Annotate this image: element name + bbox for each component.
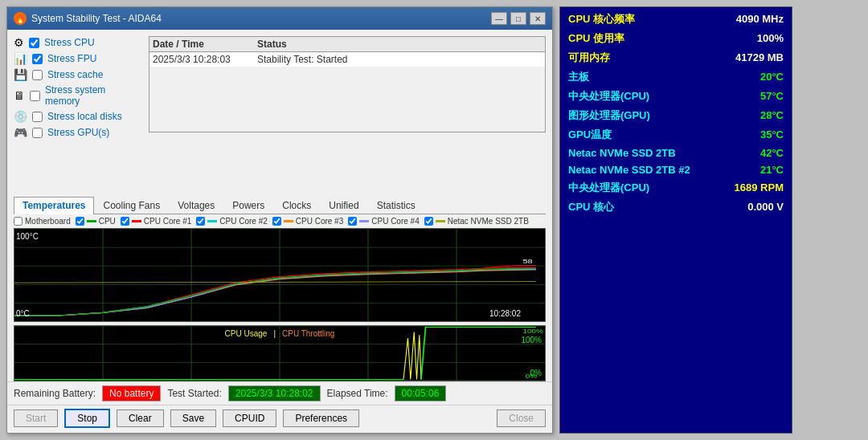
cpuid-button[interactable]: CPUID [223, 409, 276, 427]
legend-core4: CPU Core #4 [348, 217, 419, 226]
stat-row-cpu-fan: 中央处理器(CPU) 1689 RPM [568, 181, 784, 195]
preferences-button[interactable]: Preferences [283, 409, 359, 427]
clear-button[interactable]: Clear [117, 409, 164, 427]
legend-core4-color [359, 220, 369, 222]
tabs-row: Temperatures Cooling Fans Voltages Power… [14, 197, 546, 214]
stat-row-cpu-usage: CPU 使用率 100% [568, 31, 784, 46]
battery-value: No battery [102, 385, 161, 401]
stat-value-cpu-temp: 57°C [760, 90, 784, 102]
app-icon: 🔥 [14, 12, 27, 25]
chart-0-percent: 0% [530, 369, 542, 377]
chart-y-max: 100°C [16, 232, 39, 241]
temperature-chart-svg: 58 [14, 229, 545, 322]
main-window: 🔥 System Stability Test - AIDA64 — □ ✕ ⚙… [6, 6, 553, 434]
save-button[interactable]: Save [170, 409, 216, 427]
start-button[interactable]: Start [14, 409, 58, 427]
stress-memory-label: Stress system memory [45, 84, 142, 107]
legend-core1-checkbox[interactable] [121, 217, 129, 226]
tab-statistics[interactable]: Statistics [368, 197, 424, 214]
chart-legend: Motherboard CPU CPU Core #1 CPU Core #2 … [7, 214, 552, 228]
stress-cpu-checkbox[interactable] [29, 38, 39, 48]
legend-ssd: Netac NVMe SSD 2TB [424, 217, 529, 226]
log-cell-date: 2025/3/3 10:28:03 [153, 54, 257, 65]
stat-row-cpu-freq: CPU 核心频率 4090 MHz [568, 12, 784, 26]
stress-memory-item: 🖥 Stress system memory [14, 84, 142, 107]
legend-core3-color [284, 220, 293, 222]
close-window-button[interactable]: ✕ [530, 12, 546, 25]
stress-options-panel: ⚙ Stress CPU 📊 Stress FPU 💾 Stress cache… [14, 36, 142, 190]
stress-cpu-label: Stress CPU [44, 37, 95, 48]
stat-value-cpu-fan: 1689 RPM [735, 181, 784, 194]
chart-y-min: 0°C [16, 309, 30, 318]
legend-motherboard-checkbox[interactable] [14, 217, 23, 226]
log-table-row: 2025/3/3 10:28:03 Stability Test: Starte… [149, 52, 545, 67]
stat-name-gpu-die-temp: GPU温度 [568, 128, 612, 142]
stress-cpu-item: ⚙ Stress CPU [14, 36, 142, 49]
cpu-icon: ⚙ [14, 36, 24, 49]
stats-panel: CPU 核心频率 4090 MHz CPU 使用率 100% 可用内存 4172… [559, 6, 792, 434]
legend-core4-checkbox[interactable] [348, 217, 357, 226]
tab-unified[interactable]: Unified [320, 197, 367, 214]
memory-icon: 🖥 [14, 89, 25, 102]
button-bar: Start Stop Clear Save CPUID Preferences … [7, 405, 552, 433]
legend-ssd-checkbox[interactable] [424, 217, 433, 226]
stress-disks-label: Stress local disks [47, 111, 122, 122]
svg-text:58: 58 [523, 258, 533, 265]
log-col-status-header: Status [257, 39, 542, 50]
stop-button[interactable]: Stop [64, 409, 110, 428]
minimize-button[interactable]: — [491, 12, 507, 25]
fpu-icon: 📊 [14, 52, 27, 65]
stat-row-gpu-temp: 图形处理器(GPU) 28°C [568, 108, 784, 123]
stress-gpu-label: Stress GPU(s) [47, 127, 109, 138]
legend-motherboard-label: Motherboard [25, 217, 71, 226]
tab-voltages[interactable]: Voltages [169, 197, 223, 214]
close-button[interactable]: Close [497, 409, 546, 427]
status-bar: Remaining Battery: No battery Test Start… [7, 381, 552, 405]
tab-cooling-fans[interactable]: Cooling Fans [94, 197, 169, 214]
battery-label: Remaining Battery: [14, 388, 96, 399]
legend-core3: CPU Core #3 [272, 217, 343, 226]
legend-core3-checkbox[interactable] [272, 217, 281, 226]
stress-gpu-checkbox[interactable] [32, 128, 43, 138]
stress-disks-item: 💿 Stress local disks [14, 110, 142, 123]
stress-cache-item: 💾 Stress cache [14, 68, 142, 81]
legend-core2-checkbox[interactable] [196, 217, 205, 226]
chart-100-percent: 100% [521, 336, 542, 344]
chart-container: 100°C 0°C 10:28:02 [7, 228, 552, 382]
stat-name-cpu-core-voltage: CPU 核心 [568, 200, 614, 214]
legend-core1: CPU Core #1 [121, 217, 191, 226]
stress-fpu-item: 📊 Stress FPU [14, 52, 142, 65]
log-table-header: Date / Time Status [149, 37, 545, 52]
stat-row-cpu-temp: 中央处理器(CPU) 57°C [568, 89, 784, 104]
stat-value-memory: 41729 MB [735, 51, 784, 63]
stat-row-ssd2-temp: Netac NVMe SSD 2TB #2 21°C [568, 164, 784, 176]
stress-gpu-item: 🎮 Stress GPU(s) [14, 126, 142, 139]
legend-ssd-label: Netac NVMe SSD 2TB [448, 217, 529, 226]
elapsed-label: Elapsed Time: [327, 388, 388, 399]
chart-label-separator: | [273, 329, 276, 338]
tab-temperatures[interactable]: Temperatures [14, 197, 94, 214]
stress-memory-checkbox[interactable] [30, 91, 40, 101]
stress-disks-checkbox[interactable] [32, 112, 43, 122]
tab-clocks[interactable]: Clocks [273, 197, 320, 214]
legend-core2-label: CPU Core #2 [219, 217, 267, 226]
stat-name-ssd1-temp: Netac NVMe SSD 2TB [568, 147, 676, 159]
title-controls: — □ ✕ [491, 12, 546, 25]
stat-name-cpu-fan: 中央处理器(CPU) [568, 181, 649, 195]
legend-core2-color [207, 220, 217, 222]
stress-fpu-checkbox[interactable] [32, 54, 43, 64]
legend-core2: CPU Core #2 [196, 217, 267, 226]
stat-value-cpu-usage: 100% [757, 32, 784, 44]
legend-cpu-color [87, 220, 96, 222]
stat-name-cpu-temp: 中央处理器(CPU) [568, 89, 649, 104]
maximize-button[interactable]: □ [510, 12, 526, 25]
tab-powers[interactable]: Powers [223, 197, 273, 214]
stat-value-ssd1-temp: 42°C [760, 147, 784, 159]
legend-core1-color [132, 220, 141, 222]
legend-cpu-checkbox[interactable] [76, 217, 84, 226]
window-title: System Stability Test - AIDA64 [31, 13, 162, 24]
stress-cache-checkbox[interactable] [32, 70, 43, 80]
stat-value-cpu-freq: 4090 MHz [736, 13, 784, 25]
temperature-chart: 100°C 0°C 10:28:02 [14, 228, 546, 323]
log-table: Date / Time Status 2025/3/3 10:28:03 Sta… [149, 36, 546, 132]
